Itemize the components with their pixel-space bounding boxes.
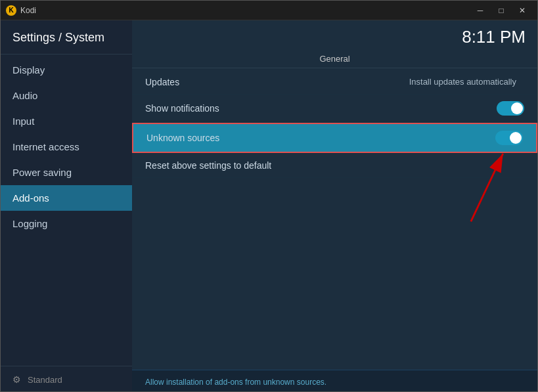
settings-row-reset[interactable]: Reset above settings to default	[132, 153, 537, 178]
title-bar: K Kodi ─ □ ✕	[1, 1, 537, 20]
settings-row-show-notifications[interactable]: Show notifications	[132, 95, 537, 123]
app-body: Settings / System Display Audio Input In…	[1, 20, 537, 392]
reset-label: Reset above settings to default	[145, 160, 524, 171]
sidebar-footer: ⚙ Standard	[1, 366, 132, 392]
settings-title: Settings / System	[1, 20, 132, 54]
minimize-button[interactable]: ─	[470, 4, 490, 17]
general-section-header: General	[132, 49, 537, 68]
sidebar-item-input[interactable]: Input	[1, 108, 132, 134]
sidebar-item-addons[interactable]: Add-ons	[1, 185, 132, 211]
main-content: 8:11 PM General Updates Install updates …	[132, 20, 537, 392]
app-icon: K	[6, 5, 16, 16]
status-bar: Allow installation of add-ons from unkno…	[132, 370, 537, 392]
sidebar-item-audio[interactable]: Audio	[1, 83, 132, 108]
updates-label: Updates	[145, 77, 409, 87]
status-text: Allow installation of add-ons from unkno…	[145, 378, 326, 387]
settings-content: General Updates Install updates automati…	[132, 49, 537, 370]
content-area-wrapper: General Updates Install updates automati…	[132, 49, 537, 370]
sidebar-item-display[interactable]: Display	[1, 57, 132, 83]
toggle-knob	[511, 102, 523, 114]
sidebar-item-internet-access[interactable]: Internet access	[1, 134, 132, 160]
updates-value: Install updates automatically	[409, 77, 516, 87]
sidebar-item-logging[interactable]: Logging	[1, 211, 132, 236]
unknown-sources-label: Unknown sources	[146, 133, 495, 143]
window-controls: ─ □ ✕	[470, 4, 532, 17]
sidebar-nav: Display Audio Input Internet access Powe…	[1, 54, 132, 366]
sidebar-footer-label: Standard	[28, 375, 62, 385]
show-notifications-label: Show notifications	[145, 103, 497, 114]
unknown-sources-toggle[interactable]	[495, 131, 523, 145]
settings-row-updates[interactable]: Updates Install updates automatically	[132, 70, 537, 95]
clock: 8:11 PM	[462, 27, 526, 47]
settings-row-unknown-sources[interactable]: Unknown sources	[132, 123, 537, 153]
gear-icon: ⚙	[12, 374, 21, 385]
close-button[interactable]: ✕	[512, 4, 532, 17]
title-bar-text: Kodi	[20, 6, 470, 15]
content-header: 8:11 PM	[132, 20, 537, 49]
maximize-button[interactable]: □	[491, 4, 511, 17]
show-notifications-toggle[interactable]	[497, 101, 524, 116]
toggle-knob-unknown-sources	[510, 132, 522, 144]
sidebar-item-power-saving[interactable]: Power saving	[1, 160, 132, 185]
sidebar: Settings / System Display Audio Input In…	[1, 20, 132, 392]
